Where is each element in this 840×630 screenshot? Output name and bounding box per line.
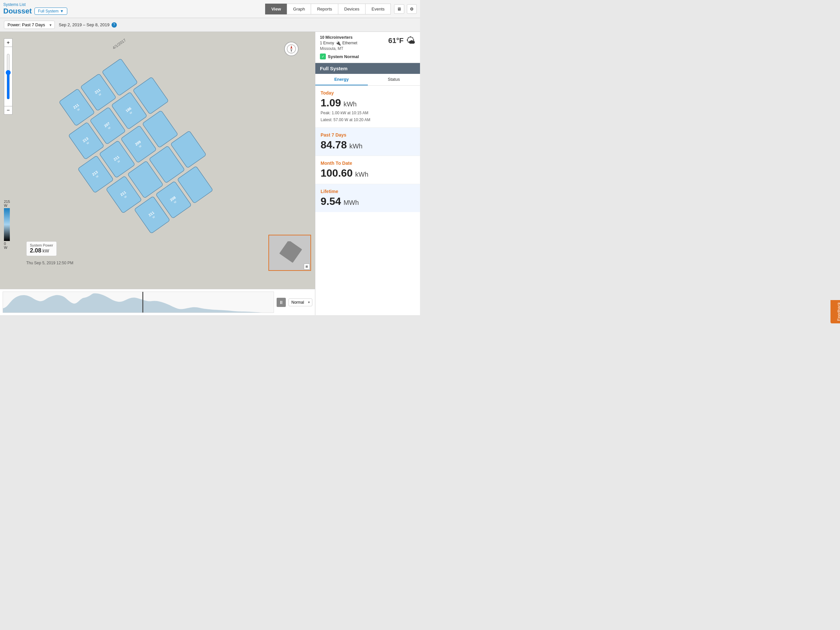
envoy-text: 1 Envoy <box>320 41 334 45</box>
device-info: 10 Microinverters 1 Envoy 🔌 Ethernet Mis… <box>320 35 357 51</box>
system-power-value: 2.08 <box>30 247 41 254</box>
timestamp: Thu Sep 5, 2019 12:50 PM <box>26 261 73 265</box>
today-label: Today <box>321 90 415 95</box>
tab-status[interactable]: Status <box>368 74 420 85</box>
connection-text: Ethernet <box>342 41 357 45</box>
lifetime-unit: MWh <box>344 199 359 206</box>
timeline-area: ⏸ Normal Fast Slow <box>0 289 315 315</box>
info-bar: 10 Microinverters 1 Envoy 🔌 Ethernet Mis… <box>315 32 420 63</box>
microinverters-text: 10 Microinverters <box>320 35 357 40</box>
main: + − 215W 0W <box>0 32 420 315</box>
mtd-value: 100.60 <box>321 167 353 179</box>
today-section: Today 1.09 kWh Peak: 1.00 kW at 10:15 AM… <box>315 86 420 128</box>
scale-min-label: 0W <box>4 242 7 250</box>
right-panel: 10 Microinverters 1 Envoy 🔌 Ethernet Mis… <box>315 32 420 315</box>
left-panel: + − 215W 0W <box>0 32 315 315</box>
top-left: Systems List Dousset Full System ▼ <box>3 2 67 16</box>
date-range: Sep 2, 2019 – Sep 8, 2019 ? <box>59 22 117 28</box>
mtd-label: Month To Date <box>321 160 415 166</box>
mini-map: ⊞ <box>268 235 311 271</box>
tab-graph[interactable]: Graph <box>287 4 311 14</box>
energy-tabs: Energy Status <box>315 74 420 86</box>
full-system-header: Full System <box>315 63 420 74</box>
system-power-label: System Power <box>30 243 53 247</box>
date-info-icon[interactable]: ? <box>112 22 117 28</box>
gear-icon: ⚙ <box>410 6 414 11</box>
svg-rect-43 <box>279 241 302 263</box>
system-status: ✓ System Normal <box>320 54 415 59</box>
past7-unit: kWh <box>349 142 363 150</box>
speed-dropdown[interactable]: Normal Fast Slow <box>289 298 313 306</box>
system-name: Dousset Full System ▼ <box>3 7 67 16</box>
systems-list-link[interactable]: Systems List <box>3 2 67 7</box>
system-power-unit: kW <box>42 248 49 253</box>
zoom-out-button[interactable]: − <box>4 106 13 115</box>
tab-view[interactable]: View <box>265 4 287 14</box>
display-icon: 🖥 <box>397 6 401 11</box>
location-text: Missoula, MT <box>320 46 357 51</box>
tab-events[interactable]: Events <box>365 4 391 14</box>
lifetime-label: Lifetime <box>321 189 415 194</box>
weather-icon: 🌤 <box>406 35 415 46</box>
scale-max-label: 215W <box>4 199 10 207</box>
full-system-label: Full System <box>38 9 59 13</box>
past7-value: 84.78 <box>321 139 347 151</box>
play-pause-icon: ⏸ <box>279 300 284 305</box>
nav-icons: 🖥 ⚙ <box>394 4 417 14</box>
tab-devices[interactable]: Devices <box>338 4 365 14</box>
status-text: System Normal <box>328 54 359 59</box>
today-unit: kWh <box>344 100 357 108</box>
router-icon: 🔌 <box>335 40 341 46</box>
compass-icon <box>284 42 298 56</box>
display-icon-button[interactable]: 🖥 <box>394 4 404 14</box>
energy-content: Today 1.09 kWh Peak: 1.00 kW at 10:15 AM… <box>315 86 420 315</box>
settings-icon-button[interactable]: ⚙ <box>407 4 417 14</box>
date-range-text: Sep 2, 2019 – Sep 8, 2019 <box>59 22 110 27</box>
full-system-button[interactable]: Full System ▼ <box>35 8 68 15</box>
lifetime-section: Lifetime 9.54 MWh <box>315 184 420 212</box>
temperature-value: 61°F <box>388 36 404 45</box>
mtd-section: Month To Date 100.60 kWh <box>315 156 420 184</box>
weather-info: 61°F 🌤 <box>388 35 415 46</box>
zoom-slider-wrap <box>4 47 13 106</box>
tab-energy[interactable]: Energy <box>315 74 368 85</box>
envoy-connection: 1 Envoy 🔌 Ethernet <box>320 40 357 46</box>
zoom-controls: + − <box>4 38 13 115</box>
info-bar-top: 10 Microinverters 1 Envoy 🔌 Ethernet Mis… <box>320 35 415 51</box>
toolbar: Power: Past 7 Days Sep 2, 2019 – Sep 8, … <box>0 18 420 32</box>
top-bar: Systems List Dousset Full System ▼ View … <box>0 0 420 18</box>
past7-label: Past 7 Days <box>321 132 415 138</box>
power-dropdown[interactable]: Power: Past 7 Days <box>4 21 55 29</box>
mtd-unit: kWh <box>355 171 368 178</box>
zoom-slider[interactable] <box>5 54 11 100</box>
play-pause-button[interactable]: ⏸ <box>276 298 286 307</box>
scale-bar <box>4 208 10 241</box>
today-latest: Latest: 57.00 W at 10:20 AM <box>321 117 415 123</box>
today-value: 1.09 <box>321 97 341 109</box>
timeline-chart[interactable] <box>3 291 274 313</box>
dropdown-arrow-icon: ▼ <box>60 9 64 13</box>
status-check-icon: ✓ <box>320 54 326 59</box>
mini-map-expand-button[interactable]: ⊞ <box>304 264 310 269</box>
panels-svg: 211 W 211 W 213 W 207 W 186 W 213 W 211 … <box>20 48 276 272</box>
zoom-in-button[interactable]: + <box>4 38 13 47</box>
speed-dropdown-wrap: Normal Fast Slow <box>289 298 313 306</box>
color-scale: 215W 0W <box>4 199 10 250</box>
tab-reports[interactable]: Reports <box>311 4 338 14</box>
map-area[interactable]: + − 215W 0W <box>0 32 315 289</box>
lifetime-value: 9.54 <box>321 195 341 207</box>
nav-tabs: View Graph Reports Devices Events 🖥 ⚙ <box>265 4 417 14</box>
power-dropdown-wrap: Power: Past 7 Days <box>4 21 55 29</box>
system-name-text: Dousset <box>3 7 32 16</box>
today-peak: Peak: 1.00 kW at 10:15 AM <box>321 110 415 116</box>
past7-section: Past 7 Days 84.78 kWh <box>315 128 420 156</box>
system-power-box: System Power 2.08 kW <box>26 241 57 256</box>
